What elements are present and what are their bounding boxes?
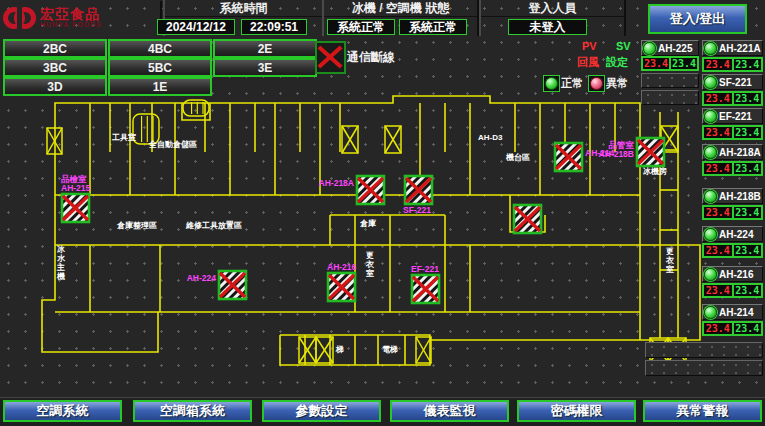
- nav-button-4[interactable]: 儀表監視: [390, 400, 509, 422]
- logo-mark-icon: [2, 4, 36, 32]
- unit-plan-label: EF-221: [411, 264, 439, 274]
- system-time-label: 系統時間: [165, 0, 322, 17]
- unit-sv-value: 23.4: [733, 92, 763, 105]
- comm-loss-marker[interactable]: [514, 205, 541, 233]
- unit-led: [704, 190, 717, 203]
- comm-loss-marker[interactable]: AH-214: [555, 143, 615, 171]
- plan-stair-symbols: [47, 100, 686, 363]
- plan-comm-loss-markers: 品檢室AH-215AH-218ASF-221AH-214品管室AH-218BAH…: [61, 138, 664, 303]
- comm-loss-marker[interactable]: AH-216: [327, 262, 357, 301]
- sv-desc-label: 設定: [606, 55, 628, 70]
- nav-button-5[interactable]: 密碼權限: [517, 400, 636, 422]
- empty-panel: [641, 90, 699, 105]
- floor-button-4bc[interactable]: 4BC: [108, 39, 212, 58]
- unit-pv-value: 23.4: [703, 92, 733, 105]
- room-label: 電梯: [382, 345, 398, 354]
- comm-loss-label: 通信斷線: [347, 49, 395, 66]
- unit-status-sf-221[interactable]: SF-221: [702, 74, 763, 90]
- floor-button-3d[interactable]: 3D: [3, 77, 107, 96]
- unit-status-ah-221a[interactable]: AH-221A: [702, 40, 763, 56]
- unit-values-ah-216: 23.423.4: [702, 283, 763, 298]
- unit-plan-label: AH-218B: [599, 149, 634, 159]
- room-label: 梯: [335, 345, 344, 354]
- unit-status-ah-224[interactable]: AH-224: [702, 226, 763, 242]
- unit-name: AH-218A: [719, 147, 761, 158]
- unit-values-ah-221a: 23.423.4: [702, 57, 763, 72]
- unit-pv-value: 23.4: [642, 57, 670, 70]
- comm-loss-marker[interactable]: EF-221: [411, 264, 439, 303]
- unit-name: AH-225: [658, 43, 692, 54]
- unit-name: AH-218B: [719, 191, 761, 202]
- nav-button-3[interactable]: 參數設定: [262, 400, 381, 422]
- unit-status-ah-214[interactable]: AH-214: [702, 304, 763, 320]
- unit-status-ah-218a[interactable]: AH-218A: [702, 144, 763, 160]
- hmi-screen: { "header": { "logo": {"title": "宏亞食品", …: [0, 0, 765, 426]
- unit-status-ah-218b[interactable]: AH-218B: [702, 188, 763, 204]
- room-label: 工具室: [111, 132, 136, 142]
- floor-button-2bc[interactable]: 2BC: [3, 39, 107, 58]
- room-label: 倉庫: [359, 218, 376, 228]
- unit-led: [704, 42, 717, 55]
- unit-led: [704, 110, 717, 123]
- bottom-nav-bar: 空調系統空調箱系統參數設定儀表監視密碼權限異常警報: [0, 397, 765, 426]
- nav-button-2[interactable]: 空調箱系統: [133, 400, 252, 422]
- unit-led: [704, 228, 717, 241]
- comm-loss-marker[interactable]: 品檢室AH-215: [61, 174, 91, 222]
- unit-values-ah-218b: 23.423.4: [702, 205, 763, 220]
- nav-button-1[interactable]: 空調系統: [3, 400, 122, 422]
- unit-name: AH-224: [719, 229, 753, 240]
- stair-x-icon: [299, 337, 316, 363]
- login-user-value: 未登入: [508, 19, 587, 35]
- unit-name: EF-221: [719, 111, 752, 122]
- unit-pv-value: 23.4: [703, 322, 733, 335]
- unit-sv-value: 23.4: [733, 162, 763, 175]
- unit-plan-label: SF-221: [403, 205, 431, 215]
- room-label: 全自動倉儲區: [148, 140, 197, 149]
- room-label: 機台區: [505, 152, 530, 162]
- unit-status-ah-225[interactable]: AH-225: [641, 40, 699, 56]
- chiller-status-value: 系統正常: [327, 19, 395, 35]
- unit-status-ah-216[interactable]: AH-216: [702, 266, 763, 282]
- nav-button-6[interactable]: 異常警報: [643, 400, 762, 422]
- unit-sv-value: 23.4: [733, 206, 763, 219]
- stair-round-icon: [183, 100, 209, 116]
- unit-name: AH-216: [719, 269, 753, 280]
- unit-values-ah-214: 23.423.4: [702, 321, 763, 336]
- comm-loss-marker[interactable]: AH-218A: [319, 176, 384, 204]
- comm-loss-marker[interactable]: AH-224: [187, 271, 246, 299]
- empty-panel: [645, 360, 763, 376]
- login-label: 登入人員: [481, 0, 624, 17]
- floor-button-3bc[interactable]: 3BC: [3, 58, 107, 77]
- unit-led: [704, 76, 717, 89]
- login-logout-button[interactable]: 登入/登出: [648, 4, 747, 34]
- unit-sv-value: 23.4: [733, 58, 763, 71]
- unit-values-ah-225: 23.423.4: [641, 56, 699, 71]
- normal-led: [543, 75, 560, 92]
- unit-pv-value: 23.4: [703, 162, 733, 175]
- unit-values-ah-224: 23.423.4: [702, 243, 763, 258]
- normal-label: 正常: [561, 76, 583, 91]
- unit-pv-value: 23.4: [703, 284, 733, 297]
- comm-loss-marker[interactable]: SF-221: [403, 176, 432, 215]
- system-clock-value: 22:09:51: [241, 19, 307, 35]
- unit-plan-label: AH-214: [585, 148, 615, 158]
- unit-name: AH-214: [719, 307, 753, 318]
- machine-status-label: 冰機 / 空調機 狀態: [324, 0, 477, 17]
- unit-pv-value: 23.4: [703, 58, 733, 71]
- floor-button-2e[interactable]: 2E: [213, 39, 317, 58]
- floor-button-3e[interactable]: 3E: [213, 58, 317, 77]
- company-logo: 宏亞食品 HUNYA FOODS: [2, 1, 162, 34]
- plan-room-labels: 冰水主機工具室全自動倉儲區AH-D3機台區冰機房倉庫整理區維修工具放置區倉庫更衣…: [56, 132, 675, 354]
- floor-button-5bc[interactable]: 5BC: [108, 58, 212, 77]
- stair-x-icon: [416, 337, 431, 363]
- comm-loss-marker[interactable]: 品管室AH-218B: [599, 138, 664, 166]
- system-date-value: 2024/12/12: [157, 19, 235, 35]
- floor-button-1e[interactable]: 1E: [108, 77, 212, 96]
- stair-x-icon: [47, 128, 62, 154]
- unit-status-ef-221[interactable]: EF-221: [702, 108, 763, 124]
- logo-title: 宏亞食品: [40, 7, 102, 21]
- plan-walls: [42, 96, 700, 365]
- unit-pv-value: 23.4: [703, 244, 733, 257]
- empty-panel: [645, 342, 763, 358]
- unit-plan-label: 品管室: [609, 140, 635, 150]
